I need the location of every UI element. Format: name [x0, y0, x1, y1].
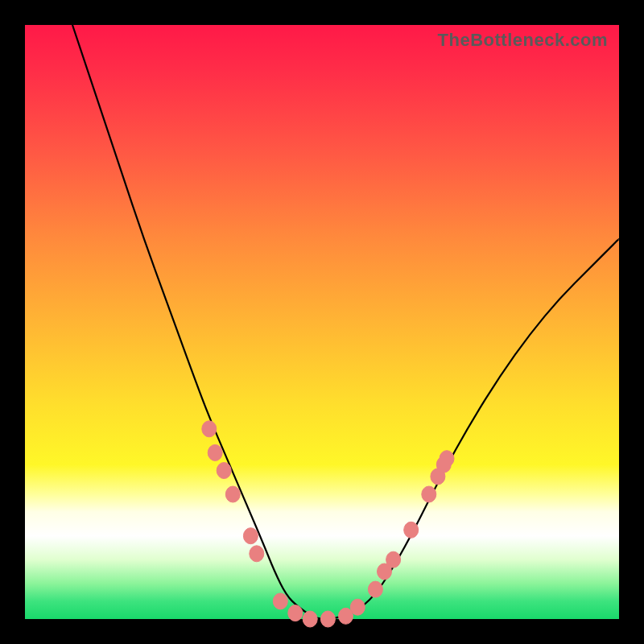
curve-marker — [303, 611, 317, 627]
chart-frame: TheBottleneck.com — [0, 0, 644, 644]
bottleneck-curve-path — [72, 25, 619, 619]
bottleneck-curve-svg — [25, 25, 619, 619]
curve-markers — [202, 421, 454, 627]
curve-marker — [422, 486, 436, 502]
curve-marker — [320, 611, 335, 627]
curve-marker — [440, 451, 454, 467]
curve-marker — [225, 486, 240, 502]
plot-area: TheBottleneck.com — [25, 25, 619, 619]
curve-marker — [208, 444, 222, 460]
curve-marker — [273, 593, 287, 609]
curve-marker — [386, 551, 401, 568]
curve-marker — [243, 528, 258, 544]
curve-marker — [217, 463, 231, 479]
curve-marker — [368, 581, 382, 597]
curve-marker — [250, 546, 264, 562]
curve-marker — [350, 599, 365, 615]
curve-marker — [288, 605, 303, 621]
curve-marker — [404, 522, 419, 538]
curve-marker — [202, 421, 217, 437]
